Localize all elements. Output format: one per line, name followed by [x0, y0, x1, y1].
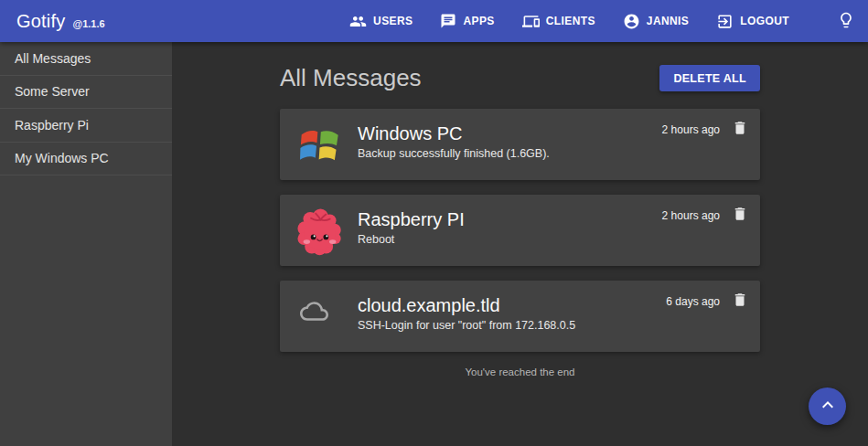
page-title: All Messages: [280, 64, 422, 92]
nav-item-label: USERS: [373, 15, 413, 27]
content-column: All Messages DELETE ALL Windows PC Backu…: [280, 64, 760, 377]
delete-all-button[interactable]: DELETE ALL: [659, 65, 760, 91]
message-meta: 2 hours ago: [662, 120, 748, 139]
sidebar-item-raspberry-pi[interactable]: Raspberry Pi: [0, 109, 172, 143]
cloud-icon: [295, 292, 345, 342]
message-text: SSH-Login for user "root" from 172.168.0…: [358, 319, 745, 332]
nav-item-user-jannis[interactable]: JANNIS: [623, 13, 689, 30]
windows-logo-icon: [295, 120, 345, 170]
nav-item-logout[interactable]: LOGOUT: [716, 13, 789, 30]
end-of-list-text: You've reached the end: [280, 366, 760, 377]
raspberry-icon: [295, 206, 345, 256]
sidebar-item-all-messages[interactable]: All Messages: [0, 42, 172, 76]
trash-icon: [732, 206, 748, 225]
message-time: 6 days ago: [666, 295, 720, 308]
delete-message-button[interactable]: [732, 206, 748, 225]
sidebar-item-label: My Windows PC: [15, 151, 109, 165]
theme-toggle-button[interactable]: [837, 11, 855, 32]
message-text: Reboot: [358, 233, 745, 246]
main-area: All Messages DELETE ALL Windows PC Backu…: [172, 42, 868, 446]
nav-item-users[interactable]: USERS: [349, 13, 413, 30]
sidebar-item-my-windows-pc[interactable]: My Windows PC: [0, 143, 172, 176]
trash-icon: [732, 120, 748, 139]
logout-icon: [716, 13, 734, 30]
devices-icon: [522, 13, 540, 30]
nav-item-clients[interactable]: CLIENTS: [522, 13, 595, 30]
nav-item-label: APPS: [463, 15, 494, 27]
sidebar-item-some-server[interactable]: Some Server: [0, 76, 172, 110]
nav-item-apps[interactable]: APPS: [440, 13, 494, 29]
message-meta: 6 days ago: [666, 292, 748, 311]
title-row: All Messages DELETE ALL: [280, 64, 760, 92]
delete-message-button[interactable]: [732, 292, 748, 311]
app-title: Gotify: [16, 11, 65, 32]
chevron-up-icon: [817, 394, 839, 419]
message-time: 2 hours ago: [662, 123, 720, 136]
nav-item-label: JANNIS: [647, 15, 689, 27]
trash-icon: [732, 292, 748, 311]
account-circle-icon: [623, 13, 640, 30]
message-card: cloud.example.tld SSH-Login for user "ro…: [280, 281, 760, 352]
message-card: Windows PC Backup successfully finished …: [280, 109, 760, 180]
nav-item-label: LOGOUT: [740, 15, 789, 27]
chat-icon: [440, 13, 456, 29]
lightbulb-icon: [837, 11, 855, 32]
message-card: Raspberry PI Reboot 2 hours ago: [280, 195, 760, 266]
message-meta: 2 hours ago: [662, 206, 748, 225]
scroll-top-fab[interactable]: [809, 388, 846, 425]
message-time: 2 hours ago: [662, 209, 720, 222]
sidebar-item-label: All Messages: [15, 51, 91, 66]
sidebar-item-label: Some Server: [15, 84, 90, 99]
brand: Gotify @1.1.6: [16, 11, 105, 32]
delete-message-button[interactable]: [732, 120, 748, 139]
sidebar: All Messages Some Server Raspberry Pi My…: [0, 42, 172, 446]
app-version: @1.1.6: [72, 18, 104, 29]
appbar-nav: USERS APPS CLIENTS JANNIS LOGOUT: [349, 11, 855, 32]
nav-item-label: CLIENTS: [546, 15, 595, 27]
sidebar-item-label: Raspberry Pi: [15, 118, 89, 133]
users-icon: [349, 13, 367, 30]
message-text: Backup successfully finished (1.6GB).: [358, 147, 745, 160]
app-bar: Gotify @1.1.6 USERS APPS CLIENTS JAN: [0, 0, 868, 42]
